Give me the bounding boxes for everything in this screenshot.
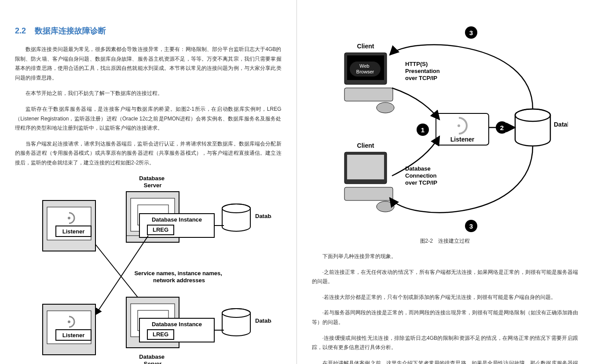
right-page: Client Web Browser Client Listener	[297, 0, 593, 364]
svg-point-27	[458, 124, 460, 127]
svg-text:2: 2	[500, 124, 504, 131]
database-icon	[222, 204, 250, 231]
service-names-label: Service names, instance names, network a…	[134, 270, 223, 284]
paragraph: 下面列举几种连接异常的现象。	[312, 252, 578, 262]
svg-point-22	[377, 102, 394, 113]
figure-2-2: Client Web Browser Client Listener	[322, 22, 568, 233]
client-label: Client	[357, 142, 374, 149]
listener-label: Listener	[62, 228, 84, 235]
svg-point-26	[377, 201, 394, 212]
arrow-icon	[392, 88, 439, 120]
lreg-label: LREG	[153, 226, 168, 233]
svg-point-12	[68, 320, 70, 323]
database-icon	[515, 109, 550, 146]
svg-text:3: 3	[469, 29, 473, 36]
database-label: Database	[255, 317, 271, 324]
dbconn-label: Database Connection over TCP/IP	[405, 165, 438, 186]
paragraph: 数据库连接类问题最为常见，很多因素都会导致连接异常，主要有：网络限制、部分平台监…	[15, 45, 282, 83]
svg-text:3: 3	[469, 222, 473, 230]
section-heading: 2.2 数据库连接故障诊断	[15, 25, 282, 36]
svg-rect-24	[347, 155, 384, 179]
left-page: 2.2 数据库连接故障诊断 数据库连接类问题最为常见，很多因素都会导致连接异常，…	[0, 0, 296, 364]
paragraph: ·连接缓慢或间接性无法连接，排除监听日志4GB的限制和资源不足的情况，在网络正常…	[312, 334, 578, 353]
db-instance-label: Database Instance	[152, 216, 202, 223]
computer-icon	[344, 152, 394, 212]
figure-2-1: Database Server Database Instance LREG D…	[25, 174, 271, 364]
step-badge-1: 1	[417, 124, 429, 136]
database-label: Database	[255, 213, 271, 219]
svg-point-9	[68, 217, 70, 219]
paragraph: ·若连接大部分都是正常的，只有个别或新添加的客户端无法连接，则很有可能是客户端自…	[312, 293, 578, 302]
database-icon	[222, 309, 250, 336]
lreg-label: LREG	[153, 331, 168, 338]
section-number: 2.2	[15, 26, 26, 35]
https-label: HTTP(S) Presentation over TCP/IP	[405, 61, 441, 81]
step-badge-3-top: 3	[465, 26, 477, 39]
svg-text:1: 1	[421, 126, 425, 134]
client-label: Client	[357, 43, 374, 50]
listener-label: Listener	[450, 136, 475, 143]
database-label: Database	[554, 121, 568, 128]
listener-label: Listener	[62, 332, 84, 339]
db-server-label-top: Database Server	[139, 175, 166, 189]
db-instance-label: Database Instance	[152, 321, 202, 328]
figure-2-2-caption: 图2-2 连接建立过程	[312, 237, 578, 245]
paragraph: 在本节开始之前，我们不妨先了解一下数据库的连接过程。	[15, 89, 282, 98]
svg-rect-25	[344, 187, 393, 200]
paragraph: 监听存在于数据库服务器端，是连接客户端与数据库的桥梁。如图2-1所示，在启动数据…	[15, 105, 282, 133]
paragraph: 当客户端发起连接请求，请求到达服务器端后，监听会进行认证，并将请求转发至数据库。…	[15, 139, 282, 168]
paragraph: 在开始讲解具体案例之前，这里先介绍下笔者常用的排查思路，如果是全局性访问故障，那…	[312, 359, 578, 364]
db-server-label-bottom: Database Server	[139, 353, 166, 364]
step-badge-2: 2	[496, 121, 508, 134]
step-badge-3-bottom: 3	[465, 220, 477, 232]
svg-rect-21	[344, 88, 393, 101]
section-title-text: 数据库连接故障诊断	[35, 26, 106, 35]
paragraph: ·若与服务器同网段的连接是正常的，而跨网段的连接出现异常，则很有可能是网络限制（…	[312, 308, 578, 327]
paragraph: ·之前连接正常，在无任何改动的情况下，所有客户端都无法连接，如果网络是正常的，则…	[312, 268, 578, 287]
